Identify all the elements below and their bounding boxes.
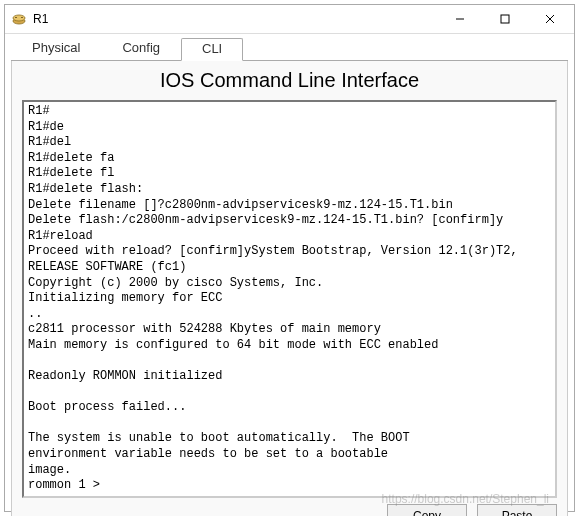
button-row: Copy Paste [22, 498, 557, 516]
svg-rect-5 [501, 15, 509, 23]
window-controls [437, 5, 572, 33]
window-title: R1 [33, 12, 437, 26]
terminal-wrap: R1# R1#de R1#del R1#delete fa R1#delete … [22, 100, 557, 516]
tab-bar: Physical Config CLI [11, 37, 568, 61]
tab-config[interactable]: Config [101, 37, 181, 60]
svg-point-2 [15, 17, 17, 18]
cli-panel: IOS Command Line Interface R1# R1#de R1#… [11, 61, 568, 516]
tab-cli[interactable]: CLI [181, 38, 243, 61]
svg-point-1 [13, 15, 25, 21]
maximize-button[interactable] [482, 5, 527, 33]
content-area: Physical Config CLI IOS Command Line Int… [5, 34, 574, 516]
tab-physical[interactable]: Physical [11, 37, 101, 60]
copy-button[interactable]: Copy [387, 504, 467, 516]
titlebar: R1 [5, 5, 574, 34]
paste-button[interactable]: Paste [477, 504, 557, 516]
terminal-output[interactable]: R1# R1#de R1#del R1#delete fa R1#delete … [22, 100, 557, 498]
cli-title: IOS Command Line Interface [12, 69, 567, 92]
app-window: R1 Physical Config CLI IOS Command Line … [4, 4, 575, 512]
minimize-button[interactable] [437, 5, 482, 33]
app-icon [11, 11, 27, 27]
close-button[interactable] [527, 5, 572, 33]
svg-point-3 [21, 17, 23, 18]
